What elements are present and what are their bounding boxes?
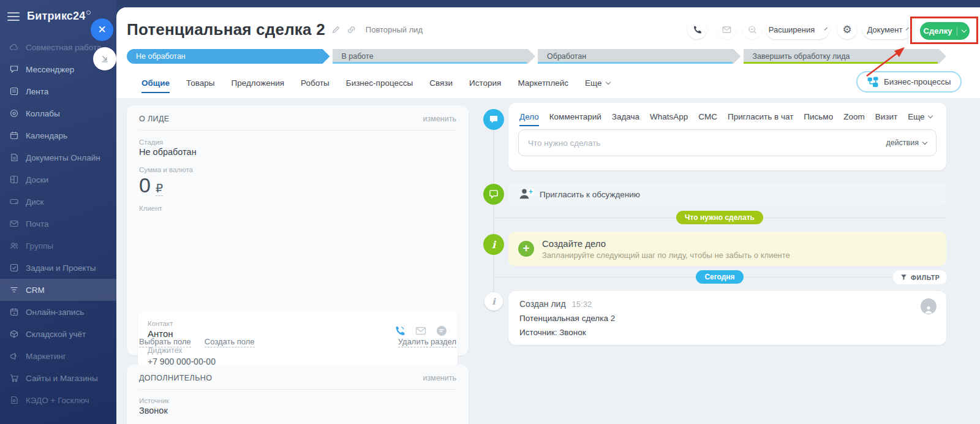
chevron-down-icon	[824, 27, 827, 30]
actions-dropdown[interactable]: действия	[886, 138, 927, 147]
plus-icon[interactable]: +	[518, 241, 534, 257]
business-process-button[interactable]: Бизнес-процессы	[856, 71, 962, 93]
copy-link-icon[interactable]	[347, 25, 356, 34]
activity-tab-letter[interactable]: Письмо	[804, 112, 833, 126]
activity-tab-sms[interactable]: СМС	[698, 112, 717, 126]
hint-title[interactable]: Создайте дело	[542, 238, 790, 249]
filter-button[interactable]: ФИЛЬТР	[893, 270, 947, 284]
settings-button[interactable]: ⚙	[837, 20, 857, 39]
sidebar-item-warehouse[interactable]: Складской учёт	[0, 323, 116, 345]
event-line: Потенциальная сделка 2	[519, 314, 935, 323]
sidebar-item-mail[interactable]: Почта	[0, 213, 116, 235]
activity-tab-todo[interactable]: Дело	[519, 112, 539, 126]
slider-close-button[interactable]: ✕	[91, 18, 113, 41]
tab-products[interactable]: Товары	[186, 78, 214, 93]
sidebar-item-kedo[interactable]: КЭДО + Госключ	[0, 389, 116, 411]
contact-company-label: Диджитех	[148, 346, 448, 355]
activity-tab-whatsapp[interactable]: WhatsApp	[650, 112, 688, 126]
envelope-icon[interactable]	[415, 325, 427, 337]
collapse-arrow-icon	[100, 54, 110, 64]
activity-tab-more[interactable]: Еще	[908, 112, 932, 126]
sidebar-item-crm[interactable]: CRM	[0, 279, 116, 301]
sidebar-item-boards[interactable]: Доски	[0, 168, 116, 191]
edit-link[interactable]: изменить	[423, 115, 456, 123]
todo-pill[interactable]: Что нужно сделать	[676, 211, 763, 224]
sidebar-item-calendar[interactable]: Календарь	[0, 124, 116, 146]
tab-general[interactable]: Общие	[141, 78, 170, 93]
activity-tab-comment[interactable]: Комментарий	[549, 112, 601, 126]
sidebar-item-sites[interactable]: Сайты и Магазины	[0, 367, 116, 389]
create-deal-button[interactable]: Сделку	[920, 22, 970, 40]
invite-discussion-row[interactable]: + Пригласить к обсуждению	[508, 183, 946, 206]
page-title[interactable]: Потенциальная сделка 2	[127, 20, 325, 39]
flowchart-icon	[867, 77, 878, 88]
call-button[interactable]	[687, 20, 707, 39]
megaphone-icon	[9, 351, 19, 362]
activity-tab-task[interactable]: Задача	[612, 112, 639, 126]
chat-icon[interactable]	[435, 325, 448, 337]
drive-icon	[9, 197, 19, 207]
sidebar-item-tasks[interactable]: Задачи и Проекты	[0, 257, 116, 279]
currency-value[interactable]: ₽	[156, 181, 163, 196]
detail-tabs: Общие Товары Предложения Роботы Бизнес-п…	[141, 78, 610, 93]
stage-value[interactable]: Не обработан	[127, 146, 469, 157]
stage-not-processed[interactable]: Не обработан	[127, 49, 330, 64]
select-field-link[interactable]: Выбрать поле	[139, 337, 191, 347]
sidebar-item-collabs[interactable]: Коллабы	[0, 102, 116, 124]
logo[interactable]: Битрикс24	[27, 10, 91, 23]
edit-link[interactable]: изменить	[423, 374, 456, 382]
activity-tab-invite-chat[interactable]: Пригласить в чат	[728, 112, 793, 126]
sidebar-item-online-booking[interactable]: Онлайн-запись	[0, 301, 116, 323]
stage-bar: Не обработан В работе Обработан Завершит…	[127, 49, 946, 64]
magnifier-icon	[747, 25, 758, 35]
activity-tab-zoom[interactable]: Zoom	[843, 112, 865, 126]
activity-composer-card: Дело Комментарий Задача WhatsApp СМС При…	[508, 103, 946, 170]
source-value[interactable]: Звонок	[127, 404, 469, 415]
activity-tab-visit[interactable]: Визит	[875, 112, 897, 126]
person-plus-icon: +	[518, 187, 532, 202]
tab-quotes[interactable]: Предложения	[232, 78, 285, 93]
doc-key-icon	[9, 395, 19, 406]
chevron-down-icon	[962, 28, 967, 32]
timeline-event-info-icon: i	[484, 292, 503, 311]
circles-icon	[9, 108, 19, 119]
field-label: Сумма и валюта	[127, 166, 469, 173]
event-title: Создан лид	[519, 299, 566, 309]
title-row: Потенциальная сделка 2 Повторный лид	[127, 18, 423, 40]
today-pill[interactable]: Сегодня	[696, 270, 743, 284]
phone-icon[interactable]	[394, 325, 406, 337]
tab-robots[interactable]: Роботы	[301, 78, 330, 93]
sidebar-item-disk[interactable]: Диск	[0, 191, 116, 213]
edit-pencil-icon[interactable]	[331, 25, 341, 34]
sidebar-item-feed[interactable]: Лента	[0, 80, 116, 102]
tab-bizproc[interactable]: Бизнес-процессы	[346, 78, 413, 93]
sidebar-item-marketing[interactable]: Маркетинг	[0, 345, 116, 367]
funnel-lines-icon	[9, 285, 19, 295]
create-field-link[interactable]: Создать поле	[205, 337, 255, 347]
menu-hamburger-icon[interactable]	[7, 12, 20, 21]
email-button[interactable]	[717, 20, 736, 39]
todo-input[interactable]	[528, 138, 886, 148]
timeline-event-card[interactable]: Создан лид 15:32 Потенциальная сделка 2 …	[508, 291, 946, 345]
section-title: О ЛИДЕ	[139, 115, 170, 123]
tab-history[interactable]: История	[469, 78, 501, 93]
field-label: Стадия	[127, 138, 469, 146]
todo-pill-row: Что нужно сделать	[493, 211, 946, 224]
tab-more[interactable]: Еще	[585, 78, 609, 93]
search-chat-button[interactable]	[742, 20, 762, 39]
people-icon	[9, 241, 19, 251]
extensions-dropdown[interactable]: Расширения	[766, 20, 829, 39]
stage-in-progress[interactable]: В работе	[333, 49, 536, 64]
tab-links[interactable]: Связи	[429, 78, 453, 93]
timeline-comment-icon	[483, 109, 504, 130]
tab-marketplace[interactable]: Маркетплейс	[518, 78, 568, 93]
document-dropdown[interactable]: Документ	[862, 20, 913, 39]
stage-finish[interactable]: Завершить обработку лида	[744, 49, 947, 64]
slider-collapse-button[interactable]	[93, 47, 116, 70]
sidebar-item-groups[interactable]: Группы	[0, 235, 116, 257]
delete-section-link[interactable]: Удалить раздел	[398, 337, 456, 347]
timeline-info-icon: i	[483, 234, 504, 255]
stage-processed[interactable]: Обработан	[538, 49, 741, 64]
amount-value[interactable]: 0	[139, 173, 151, 197]
sidebar-item-documents[interactable]: Документы Онлайн	[0, 146, 116, 168]
